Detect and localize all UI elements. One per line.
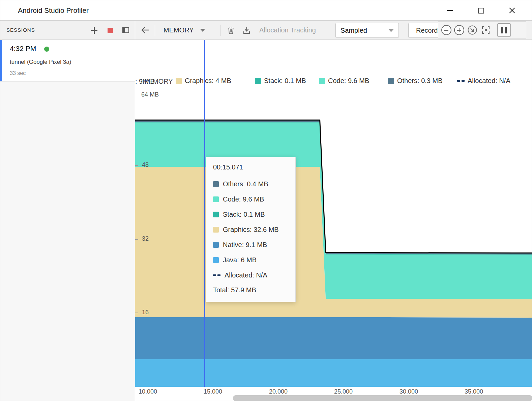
maximize-icon [478, 8, 484, 14]
y-axis-max-label: 64 MB [141, 91, 159, 98]
close-button[interactable] [503, 2, 521, 19]
session-entry[interactable]: 4:32 PM tunnel (Google Pixel 3a) 33 sec [0, 40, 135, 82]
zoom-in-button[interactable] [454, 25, 464, 35]
session-selected-accent [0, 40, 2, 81]
profiler-type-label: MEMORY [164, 26, 194, 34]
tooltip-row-others: Others: 0.4 MB [213, 177, 289, 192]
chart-tooltip: 00:15.071 Others: 0.4 MB Code: 9.6 MB St… [206, 157, 296, 302]
tooltip-label: Java: 6 MB [223, 256, 257, 264]
pause-live-button[interactable] [497, 23, 511, 37]
memory-chart-panel: MEMORY : 9 MB Graphics: 4 MB Stack: 0.1 … [135, 40, 532, 401]
java-swatch [213, 257, 219, 263]
x-tick-label: 10.000 [139, 388, 157, 395]
legend-label: Stack: 0.1 MB [264, 77, 306, 85]
x-tick-label: 20.000 [269, 388, 288, 395]
collapse-panel-button[interactable] [119, 21, 132, 40]
add-session-button[interactable] [87, 21, 101, 40]
pause-icon [505, 27, 507, 33]
stack-swatch [255, 78, 261, 84]
legend-label: Others: 0.3 MB [397, 77, 443, 85]
memory-stacked-area-chart[interactable] [135, 40, 532, 387]
tooltip-row-allocated: Allocated: N/A [213, 268, 289, 283]
tooltip-label: Allocated: N/A [225, 271, 267, 279]
sampling-mode-dropdown[interactable]: Sampled [335, 23, 399, 38]
x-tick-label: 30.000 [400, 388, 418, 395]
legend-label: Graphics: 4 MB [185, 77, 231, 85]
sessions-header: SESSIONS [0, 21, 135, 40]
reset-zoom-icon [467, 25, 477, 35]
zoom-out-button[interactable] [441, 25, 451, 35]
sessions-panel: SESSIONS 4:32 PM tunnel (Google Pixel 3a… [0, 21, 135, 401]
tooltip-total: Total: 57.9 MB [213, 283, 289, 297]
allocation-tracking-label: Allocation Tracking [259, 21, 316, 39]
tooltip-row-graphics: Graphics: 32.6 MB [213, 222, 289, 237]
code-swatch [319, 78, 325, 84]
close-icon [508, 7, 516, 14]
y-tick-label-32: 32 [142, 235, 149, 242]
x-tick-label: 15.000 [204, 388, 222, 395]
panel-icon [122, 27, 129, 33]
y-tick-label-16: 16 [142, 309, 149, 316]
horizontal-scrollbar-thumb[interactable] [233, 395, 532, 401]
legend-item-code[interactable]: Code: 9.6 MB [319, 77, 369, 85]
tooltip-row-stack: Stack: 0.1 MB [213, 207, 289, 222]
allocated-dash-icon [457, 80, 465, 82]
y-tick-label-48: 48 [142, 161, 149, 168]
stop-session-button[interactable] [104, 21, 117, 40]
legend-label: Allocated: N/A [468, 77, 510, 85]
reset-zoom-button[interactable] [467, 25, 478, 35]
maximize-button[interactable] [472, 2, 490, 19]
titlebar: Android Studio Profiler [0, 0, 532, 21]
legend-item-graphics[interactable]: Graphics: 4 MB [176, 77, 231, 85]
native-swatch [213, 242, 219, 248]
allocated-dash-icon [213, 274, 220, 276]
tooltip-row-java: Java: 6 MB [213, 252, 289, 268]
pause-icon [501, 27, 503, 33]
android-studio-profiler-window: { "window": { "title": "Android Studio P… [0, 0, 532, 401]
legend-item-others[interactable]: Others: 0.3 MB [388, 77, 443, 85]
tooltip-row-code: Code: 9.6 MB [213, 192, 289, 207]
delete-button[interactable] [224, 23, 238, 37]
others-swatch [213, 181, 219, 187]
session-duration: 33 sec [10, 70, 26, 76]
chevron-down-icon [388, 29, 394, 32]
code-swatch [213, 196, 219, 202]
x-tick-label: 25.000 [334, 388, 353, 395]
tooltip-label: Others: 0.4 MB [223, 180, 268, 188]
y-tick-mark [135, 165, 138, 166]
window-title: Android Studio Profiler [18, 0, 89, 20]
session-device: tunnel (Google Pixel 3a) [10, 59, 71, 65]
y-tick-mark [135, 313, 138, 313]
legend-clipped-fragment: : 9 MB [135, 78, 155, 85]
tooltip-row-native: Native: 9.1 MB [213, 237, 289, 252]
tooltip-label: Native: 9.1 MB [223, 241, 267, 249]
legend-item-stack[interactable]: Stack: 0.1 MB [255, 77, 306, 85]
minimize-icon [447, 10, 453, 11]
session-time: 4:32 PM [10, 45, 36, 53]
stop-icon [108, 28, 113, 33]
legend-item-allocated[interactable]: Allocated: N/A [457, 77, 510, 85]
sessions-title: SESSIONS [6, 21, 35, 39]
tooltip-label: Stack: 0.1 MB [223, 211, 265, 218]
capture-export-button[interactable] [239, 23, 254, 37]
selection-line[interactable] [204, 40, 205, 387]
zoom-to-selection-button[interactable] [480, 25, 491, 35]
minimize-button[interactable] [441, 2, 459, 19]
x-tick-label: 35.000 [465, 388, 483, 395]
zoom-controls [438, 21, 526, 39]
graphics-swatch [213, 227, 219, 233]
x-axis: 10.000 15.000 20.000 25.000 30.000 35.00… [135, 387, 532, 401]
back-arrow-icon [140, 25, 150, 35]
legend-label: Code: 9.6 MB [328, 77, 369, 85]
graphics-swatch [176, 78, 182, 84]
back-button[interactable] [138, 23, 153, 37]
frame-selection-icon [481, 25, 491, 35]
toolbar-divider [220, 25, 220, 36]
tooltip-label: Code: 9.6 MB [223, 195, 264, 203]
profiler-toolbar: MEMORY Allocation Tracking Sampled Recor… [135, 21, 532, 40]
sampling-mode-value: Sampled [341, 27, 367, 34]
tooltip-label: Graphics: 32.6 MB [223, 226, 279, 234]
area-java [135, 359, 532, 387]
profiler-type-dropdown[interactable]: MEMORY [157, 21, 211, 40]
chevron-down-icon [200, 29, 205, 32]
